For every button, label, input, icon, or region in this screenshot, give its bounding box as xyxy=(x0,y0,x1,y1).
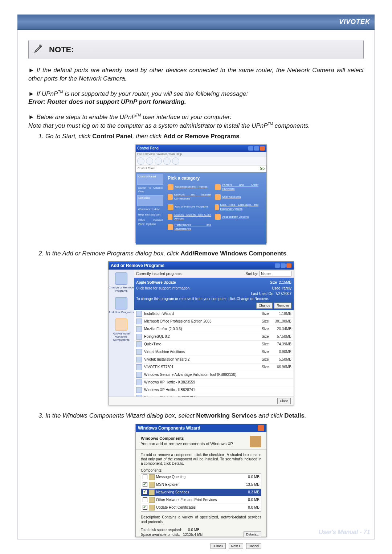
toolbar xyxy=(136,157,266,165)
sel-info: To change this program or remove it from… xyxy=(136,296,291,301)
cancel-button[interactable]: Cancel xyxy=(246,543,261,549)
tm-1: TM xyxy=(58,90,63,94)
perf-icon xyxy=(168,224,173,230)
windows-components-icon[interactable] xyxy=(115,319,127,331)
list-item[interactable]: Windows XP Hotfix - KB833407 xyxy=(134,394,294,397)
cat-0[interactable]: Appearance and Themes xyxy=(168,183,211,191)
list-item[interactable]: Windows XP Hotfix - KB823559 xyxy=(134,379,294,386)
go-icon[interactable]: Go xyxy=(260,166,265,171)
component-row[interactable]: Message Queuing0.0 MB xyxy=(141,473,261,481)
program-icon xyxy=(136,326,142,332)
next-button[interactable]: Next > xyxy=(229,543,243,549)
step-1: 1. Go to Start, click Control Panel, the… xyxy=(38,132,364,141)
list-item[interactable]: Mozilla Firefox (2.0.0.6)Size20.34MB xyxy=(134,325,294,333)
list-item[interactable]: Windows XP Hotfix - KB828741 xyxy=(134,386,294,394)
close-icon[interactable] xyxy=(258,425,264,431)
components-label: Components: xyxy=(141,468,261,473)
cat-3[interactable]: User Accounts xyxy=(215,193,258,201)
selected-program[interactable]: Apple Software Update Size 2.15MB Click … xyxy=(134,278,294,310)
remove-button[interactable]: Remove xyxy=(274,303,291,308)
size-label: Size xyxy=(262,334,273,339)
left-1[interactable]: Add New Programs xyxy=(109,311,134,314)
wc-intro: To add or remove a component, click the … xyxy=(141,453,261,466)
close-icon[interactable] xyxy=(260,146,265,151)
wc-head-s: You can add or remove components of Wind… xyxy=(141,442,234,446)
error-line: Error: Router does not support UPnP port… xyxy=(28,98,186,105)
cat-8[interactable]: Performance and Maintenance xyxy=(168,223,211,231)
sel-size-lbl: Size xyxy=(270,280,277,284)
address-bar[interactable]: Control Panel Go xyxy=(136,165,266,172)
checkbox[interactable] xyxy=(143,482,147,487)
change-remove-icon[interactable] xyxy=(115,272,127,285)
cat-2[interactable]: Network and Internet Connections xyxy=(168,193,211,201)
bullets-list: ►If the default ports are already used b… xyxy=(28,66,364,537)
back-icon[interactable] xyxy=(137,157,144,165)
close-button[interactable]: Close xyxy=(277,398,291,404)
component-icon xyxy=(149,497,155,503)
network-icon xyxy=(168,194,173,200)
s1-b: Control Panel xyxy=(92,133,132,140)
program-name: Windows XP Hotfix - KB833407 xyxy=(144,395,262,397)
component-size: 0.0 MB xyxy=(242,497,260,502)
program-icon xyxy=(136,387,142,393)
component-row[interactable]: Other Network File and Print Services0.0… xyxy=(141,496,261,504)
printer-icon xyxy=(215,184,221,190)
menu-bar[interactable]: File Edit View Favorites Tools Help xyxy=(136,152,266,157)
size-value: 66.96MB xyxy=(273,365,291,370)
ar-right: Currently installed programs: Sort by: N… xyxy=(134,270,294,397)
b3-note-b: components. xyxy=(273,122,310,129)
checkbox[interactable] xyxy=(143,497,147,502)
forward-icon[interactable] xyxy=(146,157,153,165)
program-name: QuickTime xyxy=(144,342,262,347)
left-item-1[interactable]: Help and Support xyxy=(138,213,163,217)
component-row[interactable]: Update Root Certificates0.0 MB xyxy=(141,504,261,512)
list-item[interactable]: Vivotek Installation Wizard 2Size5.50MB xyxy=(134,356,294,364)
list-item[interactable]: Windows Genuine Advantage Validation Too… xyxy=(134,371,294,379)
support-link[interactable]: Click here for support information. xyxy=(136,286,191,291)
component-size: 13.5 MB xyxy=(242,482,260,487)
sort-select[interactable]: Name xyxy=(260,271,291,276)
list-item[interactable]: Microsoft Office Professional Edition 20… xyxy=(134,318,294,325)
program-name: Windows XP Hotfix - KB823559 xyxy=(144,380,262,385)
left-item-0[interactable]: Windows Update xyxy=(138,208,163,212)
left-item-2[interactable]: Other Control Panel Options xyxy=(138,218,163,226)
folders-icon[interactable] xyxy=(172,157,179,165)
cat-7[interactable]: Accessibility Options xyxy=(215,213,258,221)
list-item[interactable]: Virtual Machine AdditionsSize0.90MB xyxy=(134,348,294,356)
cp-body: Control Panel Switch to Classic View See… xyxy=(136,172,266,245)
cat-6[interactable]: Sounds, Speech, and Audio Devices xyxy=(168,213,211,221)
components-list: Message Queuing0.0 MBMSN Explorer13.5 MB… xyxy=(141,473,261,512)
list-item[interactable]: QuickTimeSize74.39MB xyxy=(134,341,294,348)
close-icon[interactable] xyxy=(286,263,291,268)
cat-4[interactable]: Add or Remove Programs xyxy=(168,203,211,211)
left-2[interactable]: Add/Remove Windows Components xyxy=(109,332,134,342)
component-row[interactable]: MSN Explorer13.5 MB xyxy=(141,481,261,489)
list-item[interactable]: PostgreSQL 8.2Size57.50MB xyxy=(134,333,294,341)
back-button[interactable]: < Back xyxy=(211,543,226,549)
list-item[interactable]: VIVOTEK ST7501Size66.96MB xyxy=(134,364,294,371)
up-icon[interactable] xyxy=(155,157,162,165)
minimize-icon[interactable] xyxy=(275,263,280,268)
component-size: 0.0 MB xyxy=(242,475,260,480)
checkbox[interactable] xyxy=(143,490,147,495)
program-icon xyxy=(136,319,142,324)
left-0[interactable]: Change or Remove Programs xyxy=(109,286,134,293)
cat-6-label: Sounds, Speech, and Audio Devices xyxy=(174,213,211,221)
size-value: 0.90MB xyxy=(273,349,291,354)
switch-view[interactable]: Switch to Classic View xyxy=(138,186,163,194)
details-button[interactable]: Details... xyxy=(244,532,261,537)
list-item[interactable]: Installation WizardSize1.18MB xyxy=(134,310,294,318)
change-button[interactable]: Change xyxy=(256,303,273,308)
component-row[interactable]: Networking Services0.3 MB xyxy=(141,489,261,496)
checkbox[interactable] xyxy=(143,475,147,479)
cat-1[interactable]: Printers and Other Hardware xyxy=(215,183,258,191)
s1-d: Add or Remove Programs xyxy=(163,133,240,140)
search-icon[interactable] xyxy=(163,157,171,165)
add-remove-icon xyxy=(168,204,173,210)
maximize-icon[interactable] xyxy=(254,146,259,151)
checkbox[interactable] xyxy=(143,505,147,510)
add-new-icon[interactable] xyxy=(115,297,127,309)
cat-5[interactable]: Date, Time, Language, and Regional Optio… xyxy=(215,203,258,211)
minimize-icon[interactable] xyxy=(248,146,253,151)
maximize-icon[interactable] xyxy=(281,263,286,268)
